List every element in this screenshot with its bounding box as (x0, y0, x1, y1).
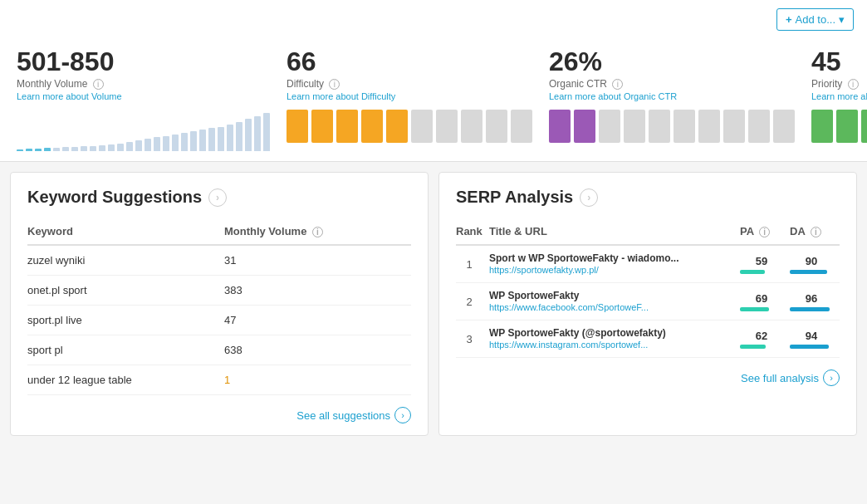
volume-bar (181, 133, 188, 151)
serp-da-bar (790, 307, 830, 311)
serp-da-value: 90 (790, 255, 833, 267)
volume-bar (135, 140, 142, 151)
see-all-arrow-icon: › (394, 407, 411, 423)
see-full-analysis-link[interactable]: See full analysis › (456, 369, 840, 386)
volume-bar (163, 136, 169, 151)
ctr-bar (773, 110, 795, 143)
serp-analysis-panel: SERP Analysis › Rank Title & URL PA i (438, 172, 857, 436)
difficulty-info-icon[interactable]: i (329, 79, 340, 90)
volume-bar (172, 135, 179, 151)
serp-rank-cell: 2 (456, 283, 489, 321)
add-to-button[interactable]: + Add to... ▾ (776, 8, 854, 31)
serp-da-bar (790, 345, 829, 349)
serp-url-link[interactable]: https://sportowefakty.wp.pl/ (489, 265, 599, 275)
serp-nav-icon[interactable]: › (580, 188, 598, 207)
volume-bar (99, 145, 105, 151)
organic-ctr-value: 26% (549, 47, 795, 76)
priority-bar (836, 110, 858, 143)
difficulty-bar (436, 110, 458, 143)
keyword-cell: zuzel wyniki (27, 245, 224, 276)
monthly-volume-label: Monthly Volume i (17, 78, 270, 90)
volume-bar (35, 149, 42, 151)
serp-pa-bar (740, 270, 765, 274)
keyword-cell: under 12 league table (27, 365, 224, 395)
ctr-bar (549, 110, 571, 143)
priority-bar (861, 110, 867, 143)
volume-bar (44, 148, 51, 151)
difficulty-bar (511, 110, 532, 143)
organic-ctr-info-icon[interactable]: i (612, 79, 623, 90)
keyword-table-row: zuzel wyniki31 (27, 245, 411, 276)
serp-title-cell: WP SportoweFakty (@sportowefakty)https:/… (489, 321, 740, 358)
serp-pa-header: PA i (740, 220, 790, 245)
see-full-label: See full analysis (741, 372, 819, 384)
serp-da-info-icon[interactable]: i (811, 227, 821, 237)
keyword-cell: sport.pl live (27, 306, 224, 335)
serp-pa-value: 62 (740, 330, 783, 342)
organic-ctr-chart (549, 110, 795, 143)
volume-bar (17, 149, 23, 151)
ctr-bar (723, 110, 745, 143)
keyword-suggestions-nav-icon[interactable]: › (208, 188, 227, 207)
kw-vol-info-icon[interactable]: i (312, 227, 323, 237)
serp-url-link[interactable]: https://www.facebook.com/SportoweF... (489, 302, 649, 312)
serp-pa-cell: 59 (740, 245, 790, 283)
volume-bar (81, 146, 87, 151)
volume-cell: 47 (224, 306, 411, 335)
serp-title-text: Sport w WP SportoweFakty - wiadomо... (489, 252, 733, 264)
keyword-cell: onet.pl sport (27, 276, 224, 306)
see-all-suggestions-link[interactable]: See all suggestions › (27, 407, 411, 423)
serp-da-value: 96 (790, 292, 833, 305)
priority-bar (811, 110, 833, 143)
metric-organic-ctr: 26% Organic CTR i Learn more about Organ… (549, 47, 811, 161)
serp-rank-cell: 3 (456, 321, 489, 358)
top-bar: + Add to... ▾ (0, 0, 867, 36)
difficulty-label: Difficulty i (287, 78, 532, 90)
difficulty-chart (287, 110, 532, 143)
difficulty-value: 66 (287, 47, 532, 76)
monthly-volume-value: 501-850 (17, 47, 270, 76)
serp-pa-info-icon[interactable]: i (759, 227, 770, 237)
serp-pa-value: 59 (740, 255, 783, 267)
organic-ctr-link[interactable]: Learn more about Organic CTR (549, 91, 795, 101)
organic-ctr-label: Organic CTR i (549, 78, 795, 90)
metric-difficulty: 66 Difficulty i Learn more about Difficu… (287, 47, 549, 161)
monthly-volume-link[interactable]: Learn more about Volume (17, 91, 270, 101)
serp-pa-cell: 69 (740, 283, 790, 321)
volume-bar (236, 122, 242, 151)
see-full-arrow-icon: › (823, 369, 840, 386)
volume-bar (154, 137, 160, 151)
ctr-bar (649, 110, 670, 143)
serp-rank-header: Rank (456, 220, 489, 245)
add-to-label: Add to... (796, 13, 835, 26)
kw-vol-col-header: Monthly Volume i (224, 220, 411, 245)
priority-info-icon[interactable]: i (848, 79, 859, 90)
volume-bar (263, 113, 270, 151)
ctr-bar (674, 110, 695, 143)
serp-title-text: WP SportoweFakty (@sportowefakty) (489, 327, 733, 339)
volume-bar (108, 144, 115, 151)
volume-bar (199, 130, 206, 151)
chevron-down-icon: ▾ (839, 13, 845, 26)
serp-table-row: 2WP SportoweFaktyhttps://www.facebook.co… (456, 283, 840, 321)
keyword-table-row: onet.pl sport383 (27, 276, 411, 306)
serp-pa-bar (740, 345, 766, 349)
plus-icon: + (786, 13, 792, 26)
serp-title-text: WP SportoweFakty (489, 290, 733, 301)
volume-bar (245, 119, 252, 151)
serp-pa-value: 69 (740, 292, 783, 305)
kw-col-header: Keyword (27, 220, 224, 245)
keyword-suggestions-title: Keyword Suggestions › (27, 188, 411, 207)
serp-da-cell: 90 (790, 245, 840, 283)
difficulty-bar (311, 110, 333, 143)
serp-url-link[interactable]: https://www.instagram.com/sportowef... (489, 340, 648, 350)
priority-link[interactable]: Learn more about Priority (811, 91, 867, 101)
serp-da-header: DA i (790, 220, 840, 245)
difficulty-link[interactable]: Learn more about Difficulty (287, 91, 532, 101)
volume-bar (190, 131, 197, 151)
volume-bar (71, 147, 78, 151)
difficulty-bar (287, 110, 308, 143)
monthly-volume-info-icon[interactable]: i (93, 79, 104, 90)
priority-value: 45 (811, 47, 867, 76)
priority-chart (811, 110, 867, 143)
